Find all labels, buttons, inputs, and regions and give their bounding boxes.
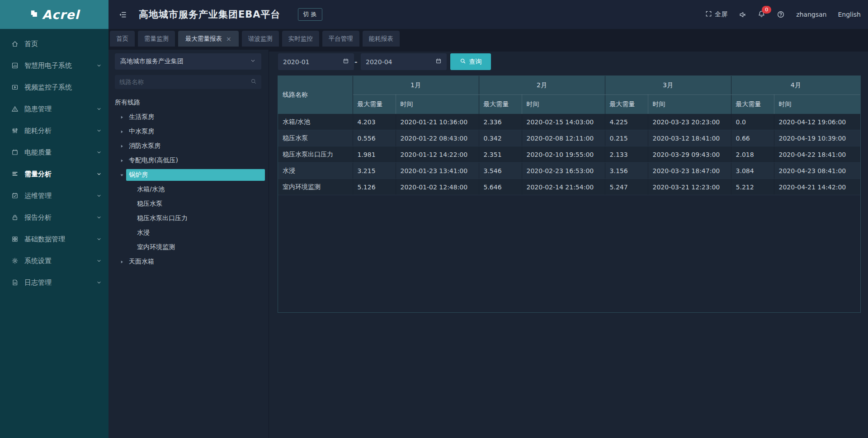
tree-node[interactable]: 稳压水泵 — [108, 197, 269, 211]
sidebar-item[interactable]: 运维管理 — [0, 185, 108, 207]
tree-node[interactable]: 中水泵房 — [108, 124, 269, 139]
cell-time: 2020-03-29 09:43:00 — [648, 146, 731, 163]
sidebar-item[interactable]: 系统设置 — [0, 250, 108, 272]
tab-label: 谐波监测 — [248, 35, 273, 43]
caret-right-icon[interactable] — [119, 144, 124, 149]
sidebar-item[interactable]: 基础数据管理 — [0, 228, 108, 250]
sidebar-item[interactable]: 首页 — [0, 33, 108, 55]
fullscreen-button[interactable]: 全屏 — [705, 10, 727, 19]
chevron-down-icon — [96, 128, 102, 133]
header-left: 高地城市服务产业集团EBA平台 切 换 — [118, 0, 322, 29]
menu-fold-icon[interactable] — [118, 10, 127, 19]
tree-node[interactable]: 锅炉房 — [108, 168, 269, 182]
chevron-down-icon — [96, 193, 102, 198]
operations-icon — [11, 192, 19, 199]
sidebar-item-label: 报告分析 — [24, 213, 52, 222]
caret-right-icon[interactable] — [119, 115, 124, 120]
tree-node-label: 锅炉房 — [129, 171, 148, 179]
notification-badge: 0 — [762, 6, 771, 14]
cell-max-demand: 2.351 — [479, 146, 522, 163]
sidebar-item-label: 基础数据管理 — [24, 235, 65, 244]
tree-node[interactable]: 生活泵房 — [108, 110, 269, 124]
caret-down-icon[interactable] — [119, 173, 124, 178]
demand-report-table: 线路名称1月2月3月4月最大需量时间最大需量时间最大需量时间最大需量时间 水箱/… — [278, 76, 860, 195]
username[interactable]: zhangsan — [796, 11, 826, 18]
main-panel: 2020-01 - 2020-04 查询 线路名称1月2 — [269, 50, 868, 438]
tree-node[interactable]: 天面水箱 — [108, 254, 269, 269]
close-icon[interactable]: × — [226, 35, 231, 42]
start-month-picker[interactable]: 2020-01 — [278, 53, 354, 70]
power-quality-icon — [11, 149, 19, 156]
cell-line-name: 稳压水泵 — [278, 130, 353, 146]
tab-item[interactable]: 需量监测 — [138, 31, 175, 47]
cell-time: 2020-02-10 19:55:00 — [522, 146, 605, 163]
tree-node[interactable]: 水箱/水池 — [108, 182, 269, 197]
cell-max-demand: 0.556 — [353, 130, 396, 146]
switch-button[interactable]: 切 换 — [298, 8, 322, 21]
tab-label: 实时监控 — [288, 35, 313, 43]
tree-node[interactable]: 水浸 — [108, 226, 269, 240]
cell-time: 2020-02-15 14:03:00 — [522, 114, 605, 130]
tab-item[interactable]: 实时监控 — [282, 31, 319, 47]
sidebar-item-label: 需量分析 — [24, 170, 52, 179]
cell-time: 2020-01-21 10:36:00 — [396, 114, 479, 130]
tree-node[interactable]: 稳压水泵出口压力 — [108, 211, 269, 226]
sidebar-item[interactable]: 能耗分析 — [0, 120, 108, 141]
caret-right-icon[interactable] — [119, 129, 124, 134]
cell-max-demand: 4.203 — [353, 114, 396, 130]
sidebar-item[interactable]: 日志管理 — [0, 272, 108, 293]
sidebar-item[interactable]: 视频监控子系统 — [0, 76, 108, 98]
tree-node[interactable]: 消防水泵房 — [108, 139, 269, 153]
sidebar-item[interactable]: 智慧用电子系统 — [0, 55, 108, 76]
tree-node[interactable]: 室内环境监测 — [108, 240, 269, 254]
tree-node[interactable]: 所有线路 — [108, 95, 269, 110]
mute-button[interactable] — [739, 11, 746, 19]
acrel-logo: Acrel — [0, 0, 108, 29]
tree-node-label: 水箱/水池 — [137, 185, 165, 193]
cell-max-demand: 3.156 — [605, 163, 648, 179]
cell-line-name: 稳压水泵出口压力 — [278, 146, 353, 163]
tab-item[interactable]: 首页 — [110, 31, 135, 47]
column-header-month: 1月 — [353, 76, 479, 95]
tab-active[interactable]: 最大需量报表× — [178, 31, 239, 47]
calendar-icon — [343, 58, 349, 66]
tree-node[interactable]: 专配电房(高低压) — [108, 153, 269, 168]
tab-label: 能耗报表 — [369, 35, 393, 43]
log-icon — [11, 279, 19, 286]
notification-bell[interactable]: 0 — [758, 10, 765, 19]
cell-time: 2020-02-08 12:11:00 — [522, 130, 605, 146]
cell-line-name: 水箱/水池 — [278, 114, 353, 130]
tab-item[interactable]: 谐波监测 — [242, 31, 279, 47]
language-switch[interactable]: English — [838, 11, 861, 18]
cell-max-demand: 1.981 — [353, 146, 396, 163]
app-window: Acrel 高地城市服务产业集团EBA平台 切 换 全屏 0 zhangsan … — [0, 0, 868, 438]
column-header-time: 时间 — [396, 95, 479, 114]
tab-item[interactable]: 能耗报表 — [363, 31, 400, 47]
help-button[interactable] — [777, 10, 785, 19]
column-header-line-name: 线路名称 — [278, 76, 353, 114]
end-month-picker[interactable]: 2020-04 — [361, 53, 447, 70]
chevron-down-icon — [96, 63, 102, 68]
cell-max-demand: 3.546 — [479, 163, 522, 179]
line-tree-panel: 高地城市服务产业集团 线路名称 所有线路生活泵房中水泵房消防水泵房专配电房(高低… — [108, 50, 269, 438]
tree-node-label: 生活泵房 — [129, 113, 154, 121]
start-month-value: 2020-01 — [283, 58, 310, 66]
tab-item[interactable]: 平台管理 — [322, 31, 359, 47]
sidebar-item[interactable]: 隐患管理 — [0, 98, 108, 120]
cell-time: 2020-02-14 21:54:00 — [522, 179, 605, 195]
tree-node-label: 稳压水泵出口压力 — [137, 214, 188, 222]
organization-select[interactable]: 高地城市服务产业集团 — [115, 53, 261, 70]
caret-right-icon[interactable] — [119, 259, 124, 264]
sidebar-item[interactable]: 电能质量 — [0, 141, 108, 163]
query-button[interactable]: 查询 — [450, 53, 491, 70]
column-header-max-demand: 最大需量 — [731, 95, 774, 114]
header-right: 全屏 0 zhangsan English — [705, 0, 861, 29]
sidebar-item[interactable]: 需量分析 — [0, 163, 108, 185]
line-search-input[interactable]: 线路名称 — [115, 75, 261, 89]
caret-right-icon[interactable] — [119, 158, 124, 163]
sidebar-item-label: 首页 — [24, 40, 38, 48]
sidebar-item[interactable]: 报告分析 — [0, 207, 108, 228]
cell-max-demand: 2.336 — [479, 114, 522, 130]
tree-node-label: 天面水箱 — [129, 258, 154, 266]
cell-line-name: 水浸 — [278, 163, 353, 179]
